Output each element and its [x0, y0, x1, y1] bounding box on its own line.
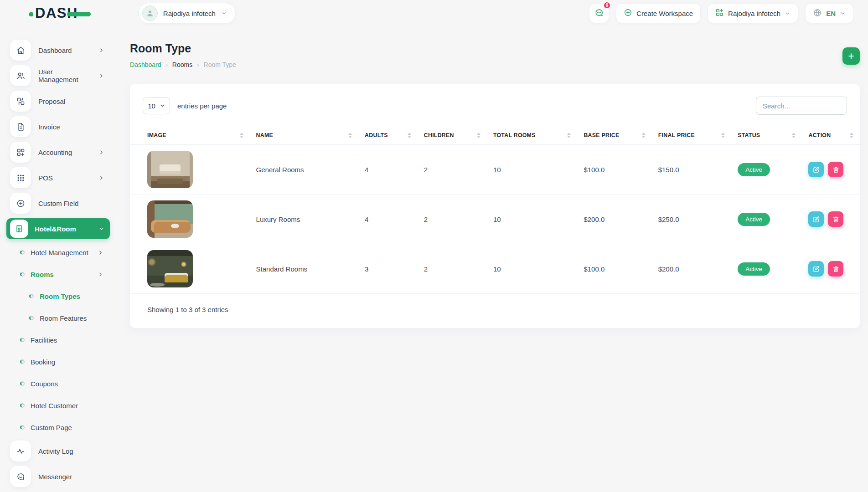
sort-icon: [567, 133, 571, 138]
edit-pencil-icon: [812, 265, 820, 273]
sidebar-subitem-label: Room Features: [40, 314, 87, 322]
invoice-document-icon: [10, 116, 31, 137]
sidebar-subitem-booking[interactable]: Booking: [0, 351, 116, 373]
home-icon: [10, 40, 31, 61]
edit-button[interactable]: [808, 162, 824, 177]
accounting-icon: [10, 142, 31, 163]
column-header-image[interactable]: IMAGE: [130, 126, 250, 145]
workspace-menu-label: Rajodiya infotech: [728, 10, 780, 17]
bullet-icon: [29, 316, 34, 320]
room-name-cell: General Rooms: [250, 145, 359, 195]
adults-cell: 3: [358, 244, 418, 294]
proposal-icon: [10, 91, 31, 112]
sidebar-item-user-management[interactable]: User Management: [0, 63, 116, 88]
sidebar-item-proposal[interactable]: Proposal: [0, 88, 116, 114]
bullet-icon: [20, 425, 25, 430]
entries-per-page-select[interactable]: 10: [143, 97, 170, 114]
sidebar-item-hotel-room[interactable]: Hotel&Room: [6, 218, 110, 239]
delete-button[interactable]: [828, 261, 843, 277]
breadcrumb-dashboard-link[interactable]: Dashboard: [130, 61, 161, 68]
sidebar-subitem-coupons[interactable]: Coupons: [0, 373, 116, 395]
status-badge: Active: [738, 262, 770, 276]
users-icon: [10, 65, 31, 86]
chevron-right-icon: ›: [197, 62, 199, 68]
sidebar-subitem-custom-page[interactable]: Custom Page: [0, 416, 116, 438]
avatar: [142, 5, 158, 21]
chevron-right-icon: [98, 73, 104, 79]
workspace-menu-button[interactable]: Rajodiya infotech: [708, 3, 798, 23]
sidebar-item-pos[interactable]: POS: [0, 165, 116, 190]
sidebar-item-custom-field[interactable]: Custom Field: [0, 190, 116, 216]
entries-per-page-value: 10: [148, 102, 155, 110]
sidebar-subitem-hotel-management[interactable]: Hotel Management: [0, 241, 116, 263]
sort-icon: [408, 133, 411, 138]
sidebar-subitem-rooms[interactable]: Rooms: [0, 263, 116, 285]
sort-icon: [850, 133, 853, 138]
sidebar-item-invoice[interactable]: Invoice: [0, 114, 116, 139]
bullet-icon: [20, 338, 25, 342]
sidebar-subitem-hotel-customer[interactable]: Hotel Customer: [0, 395, 116, 416]
language-code: EN: [826, 10, 836, 17]
children-cell: 2: [418, 244, 487, 294]
column-header-total-rooms[interactable]: TOTAL ROOMS: [487, 126, 578, 145]
sidebar-item-accounting[interactable]: Accounting: [0, 139, 116, 165]
room-image: [147, 151, 193, 188]
sidebar-subitem-facilities[interactable]: Facilities: [0, 329, 116, 351]
table-row: General Rooms 4 2 10 $100.0 $150.0 Activ…: [130, 145, 860, 195]
language-selector[interactable]: EN: [805, 3, 853, 23]
delete-button[interactable]: [828, 211, 843, 227]
logo-dot-icon: [29, 12, 33, 16]
messenger-chat-icon: [10, 466, 31, 487]
sort-icon: [240, 133, 243, 138]
adults-cell: 4: [358, 195, 418, 244]
sidebar-item-label: Activity Log: [38, 447, 73, 455]
plus-icon: +: [848, 51, 854, 62]
column-header-children[interactable]: CHILDREN: [418, 126, 487, 145]
sort-icon: [792, 133, 796, 138]
edit-button[interactable]: [808, 261, 824, 277]
room-types-table: IMAGE NAME ADULTS CHILDREN TOTAL ROOMS B…: [130, 126, 860, 294]
trash-icon: [832, 265, 840, 273]
entries-summary: Showing 1 to 3 of 3 entries: [130, 294, 860, 328]
breadcrumb-rooms-link[interactable]: Rooms: [172, 61, 192, 68]
status-badge: Active: [738, 163, 770, 176]
bullet-icon: [20, 381, 25, 386]
messages-button[interactable]: 0: [589, 3, 609, 23]
column-header-action[interactable]: ACTION: [802, 126, 860, 145]
plus-circle-icon: [624, 8, 632, 18]
room-name-cell: Standard Rooms: [250, 244, 359, 294]
sidebar-subitem-room-types[interactable]: Room Types: [0, 285, 116, 307]
logo-dash-icon: [67, 12, 91, 16]
workspace-grid-icon: [715, 8, 724, 18]
room-image: [147, 250, 193, 287]
page-header: Room Type Dashboard › Rooms › Room Type …: [130, 42, 860, 68]
create-workspace-button[interactable]: Create Workspace: [616, 3, 701, 23]
room-name-cell: Luxury Rooms: [250, 195, 359, 244]
workspace-switcher[interactable]: Rajodiya infotech: [138, 3, 236, 24]
base-price-cell: $200.0: [577, 195, 651, 244]
sidebar-item-dashboard[interactable]: Dashboard: [0, 37, 116, 63]
edit-button[interactable]: [808, 211, 824, 227]
delete-button[interactable]: [828, 162, 843, 177]
breadcrumb-current: Room Type: [204, 61, 236, 68]
total-rooms-cell: 10: [487, 145, 578, 195]
total-rooms-cell: 10: [487, 195, 578, 244]
column-header-adults[interactable]: ADULTS: [358, 126, 418, 145]
top-header: DASH Rajodiya infotech 0 Create Workspac…: [0, 0, 868, 26]
sidebar-item-label: Accounting: [38, 149, 72, 156]
column-header-name[interactable]: NAME: [250, 126, 359, 145]
sidebar-subitem-room-features[interactable]: Room Features: [0, 307, 116, 329]
edit-pencil-icon: [812, 166, 820, 174]
chevron-down-icon: [98, 226, 104, 232]
column-header-base-price[interactable]: BASE PRICE: [577, 126, 651, 145]
sidebar-item-messenger[interactable]: Messenger: [0, 464, 116, 489]
add-room-type-button[interactable]: +: [842, 47, 860, 65]
column-header-status[interactable]: STATUS: [731, 126, 802, 145]
search-input[interactable]: [756, 97, 847, 115]
room-image: [147, 200, 193, 238]
total-rooms-cell: 10: [487, 244, 578, 294]
sidebar-item-activity-log[interactable]: Activity Log: [0, 438, 116, 464]
adults-cell: 4: [358, 145, 418, 195]
breadcrumb: Dashboard › Rooms › Room Type: [130, 61, 236, 68]
column-header-final-price[interactable]: FINAL PRICE: [652, 126, 732, 145]
